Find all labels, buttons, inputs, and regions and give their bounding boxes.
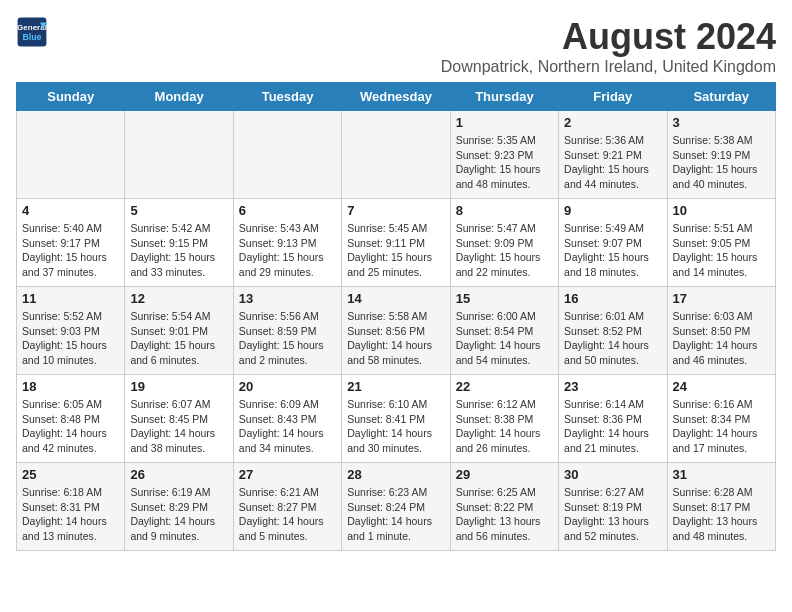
calendar-cell: 20Sunrise: 6:09 AM Sunset: 8:43 PM Dayli… [233,375,341,463]
day-number: 21 [347,379,444,394]
day-number: 13 [239,291,336,306]
calendar-cell: 3Sunrise: 5:38 AM Sunset: 9:19 PM Daylig… [667,111,775,199]
day-detail: Sunrise: 6:00 AM Sunset: 8:54 PM Dayligh… [456,309,553,368]
day-number: 22 [456,379,553,394]
day-detail: Sunrise: 5:38 AM Sunset: 9:19 PM Dayligh… [673,133,770,192]
calendar-cell [17,111,125,199]
day-number: 14 [347,291,444,306]
day-detail: Sunrise: 5:45 AM Sunset: 9:11 PM Dayligh… [347,221,444,280]
column-header-saturday: Saturday [667,83,775,111]
calendar-cell: 4Sunrise: 5:40 AM Sunset: 9:17 PM Daylig… [17,199,125,287]
week-row-2: 4Sunrise: 5:40 AM Sunset: 9:17 PM Daylig… [17,199,776,287]
calendar-cell: 16Sunrise: 6:01 AM Sunset: 8:52 PM Dayli… [559,287,667,375]
calendar-cell: 7Sunrise: 5:45 AM Sunset: 9:11 PM Daylig… [342,199,450,287]
day-number: 17 [673,291,770,306]
title-area: August 2024 Downpatrick, Northern Irelan… [441,16,776,76]
calendar-cell: 12Sunrise: 5:54 AM Sunset: 9:01 PM Dayli… [125,287,233,375]
day-number: 4 [22,203,119,218]
day-detail: Sunrise: 6:05 AM Sunset: 8:48 PM Dayligh… [22,397,119,456]
day-detail: Sunrise: 5:43 AM Sunset: 9:13 PM Dayligh… [239,221,336,280]
calendar-cell: 23Sunrise: 6:14 AM Sunset: 8:36 PM Dayli… [559,375,667,463]
calendar-cell: 29Sunrise: 6:25 AM Sunset: 8:22 PM Dayli… [450,463,558,551]
calendar-cell: 2Sunrise: 5:36 AM Sunset: 9:21 PM Daylig… [559,111,667,199]
day-detail: Sunrise: 5:52 AM Sunset: 9:03 PM Dayligh… [22,309,119,368]
day-number: 31 [673,467,770,482]
day-number: 25 [22,467,119,482]
day-number: 26 [130,467,227,482]
day-detail: Sunrise: 6:28 AM Sunset: 8:17 PM Dayligh… [673,485,770,544]
calendar-cell: 11Sunrise: 5:52 AM Sunset: 9:03 PM Dayli… [17,287,125,375]
day-detail: Sunrise: 6:23 AM Sunset: 8:24 PM Dayligh… [347,485,444,544]
day-number: 16 [564,291,661,306]
calendar-cell: 1Sunrise: 5:35 AM Sunset: 9:23 PM Daylig… [450,111,558,199]
day-detail: Sunrise: 6:14 AM Sunset: 8:36 PM Dayligh… [564,397,661,456]
calendar-cell: 10Sunrise: 5:51 AM Sunset: 9:05 PM Dayli… [667,199,775,287]
day-detail: Sunrise: 5:49 AM Sunset: 9:07 PM Dayligh… [564,221,661,280]
day-detail: Sunrise: 6:09 AM Sunset: 8:43 PM Dayligh… [239,397,336,456]
day-detail: Sunrise: 6:21 AM Sunset: 8:27 PM Dayligh… [239,485,336,544]
calendar-cell: 13Sunrise: 5:56 AM Sunset: 8:59 PM Dayli… [233,287,341,375]
day-detail: Sunrise: 5:36 AM Sunset: 9:21 PM Dayligh… [564,133,661,192]
day-detail: Sunrise: 6:07 AM Sunset: 8:45 PM Dayligh… [130,397,227,456]
week-row-4: 18Sunrise: 6:05 AM Sunset: 8:48 PM Dayli… [17,375,776,463]
day-number: 8 [456,203,553,218]
day-number: 12 [130,291,227,306]
day-number: 10 [673,203,770,218]
day-detail: Sunrise: 5:47 AM Sunset: 9:09 PM Dayligh… [456,221,553,280]
calendar-cell [125,111,233,199]
day-number: 19 [130,379,227,394]
day-detail: Sunrise: 5:51 AM Sunset: 9:05 PM Dayligh… [673,221,770,280]
calendar-cell: 30Sunrise: 6:27 AM Sunset: 8:19 PM Dayli… [559,463,667,551]
calendar-cell: 21Sunrise: 6:10 AM Sunset: 8:41 PM Dayli… [342,375,450,463]
calendar-cell: 17Sunrise: 6:03 AM Sunset: 8:50 PM Dayli… [667,287,775,375]
day-number: 2 [564,115,661,130]
svg-text:Blue: Blue [22,32,41,42]
day-detail: Sunrise: 6:01 AM Sunset: 8:52 PM Dayligh… [564,309,661,368]
logo-icon: General Blue [16,16,48,48]
day-detail: Sunrise: 5:42 AM Sunset: 9:15 PM Dayligh… [130,221,227,280]
calendar-cell: 6Sunrise: 5:43 AM Sunset: 9:13 PM Daylig… [233,199,341,287]
day-number: 5 [130,203,227,218]
calendar-cell: 19Sunrise: 6:07 AM Sunset: 8:45 PM Dayli… [125,375,233,463]
day-number: 24 [673,379,770,394]
column-header-tuesday: Tuesday [233,83,341,111]
calendar-cell: 5Sunrise: 5:42 AM Sunset: 9:15 PM Daylig… [125,199,233,287]
column-header-friday: Friday [559,83,667,111]
calendar-cell: 22Sunrise: 6:12 AM Sunset: 8:38 PM Dayli… [450,375,558,463]
calendar-cell: 8Sunrise: 5:47 AM Sunset: 9:09 PM Daylig… [450,199,558,287]
day-number: 23 [564,379,661,394]
day-detail: Sunrise: 6:27 AM Sunset: 8:19 PM Dayligh… [564,485,661,544]
page-title: August 2024 [441,16,776,58]
day-detail: Sunrise: 6:18 AM Sunset: 8:31 PM Dayligh… [22,485,119,544]
calendar-cell: 26Sunrise: 6:19 AM Sunset: 8:29 PM Dayli… [125,463,233,551]
calendar-cell: 15Sunrise: 6:00 AM Sunset: 8:54 PM Dayli… [450,287,558,375]
column-header-thursday: Thursday [450,83,558,111]
calendar-cell: 28Sunrise: 6:23 AM Sunset: 8:24 PM Dayli… [342,463,450,551]
column-header-sunday: Sunday [17,83,125,111]
header-row: SundayMondayTuesdayWednesdayThursdayFrid… [17,83,776,111]
day-detail: Sunrise: 5:56 AM Sunset: 8:59 PM Dayligh… [239,309,336,368]
calendar-cell: 14Sunrise: 5:58 AM Sunset: 8:56 PM Dayli… [342,287,450,375]
calendar-cell [342,111,450,199]
week-row-1: 1Sunrise: 5:35 AM Sunset: 9:23 PM Daylig… [17,111,776,199]
day-detail: Sunrise: 6:12 AM Sunset: 8:38 PM Dayligh… [456,397,553,456]
day-number: 20 [239,379,336,394]
day-number: 6 [239,203,336,218]
day-number: 29 [456,467,553,482]
header: General Blue August 2024 Downpatrick, No… [16,16,776,76]
day-number: 3 [673,115,770,130]
day-detail: Sunrise: 5:40 AM Sunset: 9:17 PM Dayligh… [22,221,119,280]
calendar-body: 1Sunrise: 5:35 AM Sunset: 9:23 PM Daylig… [17,111,776,551]
calendar-cell: 27Sunrise: 6:21 AM Sunset: 8:27 PM Dayli… [233,463,341,551]
day-number: 30 [564,467,661,482]
day-number: 27 [239,467,336,482]
day-detail: Sunrise: 6:25 AM Sunset: 8:22 PM Dayligh… [456,485,553,544]
day-detail: Sunrise: 5:54 AM Sunset: 9:01 PM Dayligh… [130,309,227,368]
day-detail: Sunrise: 6:19 AM Sunset: 8:29 PM Dayligh… [130,485,227,544]
day-number: 18 [22,379,119,394]
day-detail: Sunrise: 5:58 AM Sunset: 8:56 PM Dayligh… [347,309,444,368]
calendar-cell: 9Sunrise: 5:49 AM Sunset: 9:07 PM Daylig… [559,199,667,287]
week-row-5: 25Sunrise: 6:18 AM Sunset: 8:31 PM Dayli… [17,463,776,551]
day-detail: Sunrise: 6:16 AM Sunset: 8:34 PM Dayligh… [673,397,770,456]
calendar-cell: 31Sunrise: 6:28 AM Sunset: 8:17 PM Dayli… [667,463,775,551]
